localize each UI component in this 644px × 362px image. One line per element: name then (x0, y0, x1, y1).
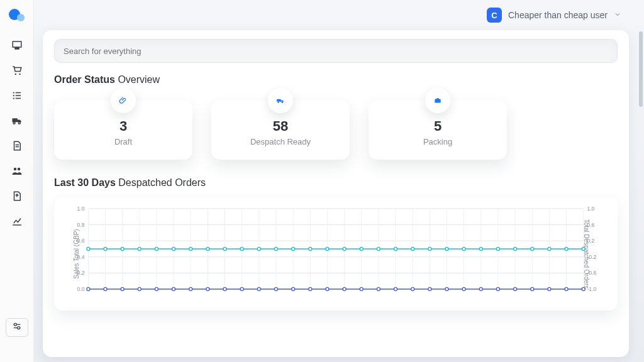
settings-icon (12, 321, 22, 334)
monitor-icon (11, 40, 23, 53)
paperclip-icon (111, 88, 136, 113)
svg-point-74 (257, 247, 260, 250)
chart-canvas: 0.00.20.40.60.81.0-1.0-0.6-0.20.20.61.0 (65, 206, 606, 294)
svg-text:-0.6: -0.6 (587, 270, 596, 276)
sidebar (0, 0, 34, 362)
order-status-title: Order Status Overview (54, 74, 618, 85)
svg-point-72 (223, 247, 226, 250)
svg-point-66 (121, 247, 124, 250)
sidebar-item-analytics[interactable] (4, 211, 30, 234)
chevron-down-icon[interactable] (614, 10, 621, 20)
svg-point-92 (565, 247, 568, 250)
cart-icon (11, 65, 23, 79)
truck-icon (11, 115, 23, 129)
svg-point-88 (496, 247, 499, 250)
svg-point-65 (104, 247, 107, 250)
sidebar-item-lists[interactable] (4, 85, 30, 108)
svg-point-117 (479, 287, 482, 290)
user-name-label[interactable]: Cheaper than cheap user (508, 10, 608, 20)
svg-point-89 (514, 247, 517, 250)
search-input[interactable] (54, 39, 618, 63)
svg-point-111 (377, 287, 380, 290)
svg-point-114 (428, 287, 431, 290)
svg-point-95 (104, 287, 107, 290)
content-card: Order Status Overview 3 Draft 58 Despatc… (43, 30, 629, 357)
svg-text:1.0: 1.0 (77, 206, 85, 212)
svg-point-80 (360, 247, 363, 250)
chart-section-title: Last 30 Days Despatched Orders (54, 177, 618, 189)
svg-point-93 (582, 247, 585, 250)
svg-point-8 (13, 122, 15, 124)
svg-point-120 (531, 287, 534, 290)
order-status-cards: 3 Draft 58 Despatch Ready 5 Packing (54, 101, 618, 160)
svg-point-82 (394, 247, 397, 250)
svg-text:0.6: 0.6 (77, 238, 85, 244)
sidebar-item-reports[interactable] (4, 186, 30, 209)
svg-point-86 (462, 247, 465, 250)
svg-point-99 (172, 287, 175, 290)
svg-text:0.6: 0.6 (587, 221, 594, 228)
svg-point-10 (13, 168, 16, 171)
svg-point-113 (411, 287, 414, 290)
chart-title-bold: Last 30 Days (54, 177, 116, 188)
svg-point-102 (223, 287, 226, 290)
svg-point-123 (582, 287, 585, 290)
main-area: C Cheaper than cheap user Order Status O… (34, 0, 638, 362)
status-card-label: Draft (114, 137, 132, 146)
sidebar-item-users[interactable] (4, 161, 30, 184)
svg-text:-0.2: -0.2 (587, 254, 596, 260)
svg-point-83 (411, 247, 414, 250)
app-logo-icon (8, 8, 26, 24)
truck-icon (268, 88, 293, 113)
list-icon (11, 90, 23, 104)
svg-rect-5 (15, 95, 20, 96)
sidebar-item-settings[interactable] (6, 318, 28, 337)
document-icon (11, 140, 23, 154)
svg-text:0.2: 0.2 (77, 270, 85, 276)
sidebar-item-shipping[interactable] (4, 111, 30, 133)
order-status-title-rest: Overview (118, 74, 160, 85)
svg-point-13 (17, 327, 19, 329)
sidebar-item-orders[interactable] (4, 60, 30, 83)
svg-point-4 (13, 95, 14, 96)
svg-point-84 (428, 247, 431, 250)
svg-point-101 (206, 287, 209, 290)
svg-point-0 (14, 74, 16, 75)
svg-point-1 (19, 74, 20, 75)
svg-point-103 (240, 287, 243, 290)
sidebar-item-documents[interactable] (4, 136, 30, 158)
status-card-count: 58 (273, 118, 288, 134)
svg-point-78 (326, 247, 329, 250)
svg-point-115 (445, 287, 448, 290)
svg-point-96 (121, 287, 124, 290)
chart-line-icon (11, 216, 23, 229)
svg-point-98 (155, 287, 158, 290)
svg-point-67 (138, 247, 141, 250)
box-icon (425, 88, 450, 113)
status-card-draft[interactable]: 3 Draft (54, 101, 192, 160)
svg-point-71 (206, 247, 209, 250)
status-card-packing[interactable]: 5 Packing (369, 101, 507, 160)
svg-point-108 (326, 287, 329, 290)
order-status-title-bold: Order Status (54, 74, 115, 85)
svg-text:0.2: 0.2 (587, 238, 594, 244)
user-avatar-badge[interactable]: C (487, 8, 502, 23)
svg-point-110 (360, 287, 363, 290)
users-icon (11, 165, 23, 179)
svg-point-106 (292, 287, 295, 290)
svg-point-94 (87, 287, 90, 290)
svg-point-104 (257, 287, 260, 290)
svg-point-105 (274, 287, 277, 290)
svg-point-116 (462, 287, 465, 290)
sidebar-item-dashboard[interactable] (4, 35, 30, 58)
scrollbar[interactable] (639, 31, 643, 356)
status-card-label: Packing (423, 137, 452, 146)
svg-point-12 (14, 323, 16, 326)
svg-point-118 (496, 287, 499, 290)
svg-point-9 (18, 122, 20, 124)
svg-text:0.8: 0.8 (77, 221, 85, 228)
svg-point-6 (13, 97, 14, 99)
status-card-count: 3 (119, 118, 127, 134)
svg-point-122 (565, 287, 568, 290)
status-card-despatch-ready[interactable]: 58 Despatch Ready (211, 101, 350, 160)
